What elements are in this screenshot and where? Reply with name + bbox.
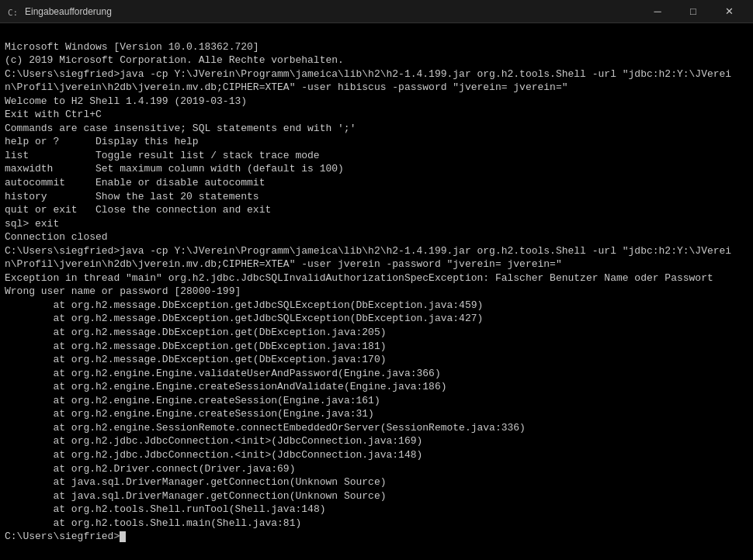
terminal-line: at org.h2.message.DbException.get(DbExce… — [5, 353, 748, 367]
terminal-line: maxwidth Set maximum column width (defau… — [5, 162, 748, 176]
terminal-line: C:\Users\siegfried>java -cp Y:\JVerein\P… — [5, 244, 748, 258]
terminal-line: at org.h2.engine.SessionRemote.connectEm… — [5, 421, 748, 435]
terminal-line: Wrong user name or password [28000-199] — [5, 285, 748, 299]
svg-text:C:\: C:\ — [8, 8, 19, 18]
terminal-line: at org.h2.engine.Engine.createSession(En… — [5, 407, 748, 421]
terminal-line: n\Profil\jverein\h2db\jverein.mv.db;CIPH… — [5, 258, 748, 271]
terminal-line: C:\Users\siegfried> — [5, 530, 748, 544]
terminal-line: Commands are case insensitive; SQL state… — [5, 122, 748, 136]
terminal-line: n\Profil\jverein\h2db\jverein.mv.db;CIPH… — [5, 81, 748, 95]
terminal-line: Exception in thread "main" org.h2.jdbc.J… — [5, 271, 748, 285]
terminal-line: Microsoft Windows [Version 10.0.18362.72… — [5, 40, 748, 54]
terminal-line: at org.h2.tools.Shell.runTool(Shell.java… — [5, 503, 748, 517]
titlebar-left: C:\ Eingabeaufforderung — [6, 5, 112, 18]
terminal-line: at org.h2.engine.Engine.createSession(En… — [5, 394, 748, 408]
terminal-line: history Show the last 20 statements — [5, 190, 748, 204]
terminal-cursor — [120, 531, 126, 542]
close-button[interactable]: ✕ — [711, 0, 747, 23]
terminal-line: Exit with Ctrl+C — [5, 108, 748, 122]
terminal-line: quit or exit Close the connection and ex… — [5, 203, 748, 217]
terminal-line: at org.h2.engine.Engine.validateUserAndP… — [5, 367, 748, 381]
terminal-line: help or ? Display this help — [5, 135, 748, 149]
minimize-button[interactable]: ─ — [640, 0, 675, 23]
titlebar-title: Eingabeaufforderung — [25, 6, 112, 17]
terminal-line: C:\Users\siegfried>java -cp Y:\JVerein\P… — [5, 67, 748, 81]
terminal-line: at org.h2.Driver.connect(Driver.java:69) — [5, 462, 748, 476]
app-icon: C:\ — [6, 5, 19, 18]
titlebar-controls: ─ □ ✕ — [640, 0, 747, 23]
terminal-line: at java.sql.DriverManager.getConnection(… — [5, 475, 748, 489]
terminal-line: at org.h2.jdbc.JdbcConnection.<init>(Jdb… — [5, 434, 748, 448]
terminal-line: at org.h2.jdbc.JdbcConnection.<init>(Jdb… — [5, 448, 748, 462]
terminal-line: at org.h2.message.DbException.get(DbExce… — [5, 326, 748, 340]
terminal-line: autocommit Enable or disable autocommit — [5, 176, 748, 190]
terminal-line: at org.h2.tools.Shell.main(Shell.java:81… — [5, 517, 748, 531]
terminal-line: Welcome to H2 Shell 1.4.199 (2019-03-13) — [5, 95, 748, 109]
terminal-line: Connection closed — [5, 230, 748, 244]
terminal-output[interactable]: Microsoft Windows [Version 10.0.18362.72… — [0, 23, 753, 560]
terminal-line: at java.sql.DriverManager.getConnection(… — [5, 489, 748, 503]
titlebar: C:\ Eingabeaufforderung ─ □ ✕ — [0, 0, 753, 23]
terminal-line: at org.h2.message.DbException.getJdbcSQL… — [5, 299, 748, 313]
terminal-line: at org.h2.message.DbException.getJdbcSQL… — [5, 312, 748, 326]
terminal-line: at org.h2.message.DbException.get(DbExce… — [5, 340, 748, 354]
terminal-line: at org.h2.engine.Engine.createSessionAnd… — [5, 380, 748, 394]
terminal-line: list Toggle result list / stack trace mo… — [5, 149, 748, 163]
maximize-button[interactable]: □ — [675, 0, 711, 23]
terminal-line: sql> exit — [5, 217, 748, 231]
terminal-line: (c) 2019 Microsoft Corporation. Alle Rec… — [5, 54, 748, 67]
